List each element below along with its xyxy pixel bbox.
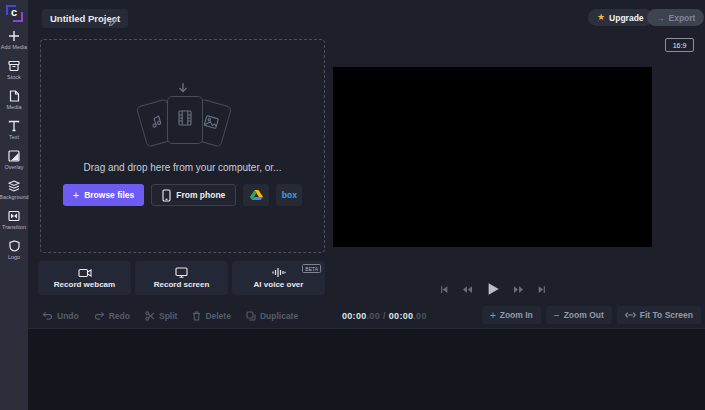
minus-icon: − [554, 310, 560, 321]
split-button[interactable]: Split [145, 311, 177, 321]
sidebar-item-label: Transition [2, 224, 26, 230]
fit-to-screen-button[interactable]: Fit To Screen [617, 306, 701, 324]
sidebar-item-label: Logo [8, 254, 20, 260]
video-card [167, 96, 203, 144]
google-drive-icon [250, 189, 263, 201]
transition-icon [8, 209, 20, 222]
record-screen-label: Record screen [154, 280, 210, 289]
background-layers-icon [8, 179, 20, 192]
beta-badge: BETA [302, 264, 321, 273]
plus-icon: + [73, 190, 79, 201]
skip-to-start-button[interactable] [440, 285, 449, 294]
edit-actions-group: Undo Redo Split Delete Duplicate [42, 303, 298, 328]
plus-icon: + [490, 310, 496, 321]
record-buttons-row: Record webcam Record screen BETA AI voic… [38, 261, 325, 295]
redo-icon [94, 311, 105, 320]
add-media-plus-icon [8, 29, 20, 42]
logo-letter: c [6, 6, 23, 18]
redo-label: Redo [109, 311, 130, 321]
from-phone-label: From phone [176, 190, 225, 200]
sidebar: c Add Media Stock Media Text [0, 0, 28, 410]
edit-title-pencil-icon[interactable] [108, 13, 118, 23]
record-webcam-button[interactable]: Record webcam [38, 261, 131, 295]
export-button[interactable]: → Export [647, 9, 704, 26]
upgrade-label: Upgrade [609, 13, 643, 23]
export-label: Export [669, 13, 696, 23]
zoom-in-button[interactable]: + Zoom In [482, 306, 541, 324]
rewind-button[interactable] [462, 285, 473, 294]
box-logo: box [282, 190, 297, 200]
undo-button[interactable]: Undo [42, 311, 79, 321]
box-button[interactable]: box [276, 184, 302, 206]
play-button[interactable] [486, 282, 500, 296]
ai-voice-over-label: AI voice over [254, 280, 304, 289]
sidebar-item-label: Media [7, 104, 22, 110]
sidebar-item-label: Stock [7, 74, 21, 80]
image-icon [201, 112, 219, 133]
delete-label: Delete [205, 311, 231, 321]
sidebar-item-transition[interactable]: Transition [0, 209, 28, 232]
arrow-down-icon [178, 80, 188, 98]
logo-shield-icon [9, 239, 20, 252]
from-phone-button[interactable]: From phone [151, 184, 236, 206]
google-drive-button[interactable] [243, 184, 269, 206]
webcam-icon [78, 268, 92, 278]
sidebar-item-add-media[interactable]: Add Media [0, 29, 28, 52]
undo-icon [42, 311, 53, 320]
sidebar-item-overlay[interactable]: Overlay [0, 149, 28, 172]
sidebar-item-label: Overlay [5, 164, 24, 170]
fit-horizontal-icon [625, 311, 636, 319]
aspect-ratio-badge[interactable]: 16:9 [665, 38, 694, 52]
duplicate-button[interactable]: Duplicate [246, 311, 298, 321]
screen-icon [175, 267, 188, 278]
sidebar-item-label: Background [0, 194, 29, 200]
sidebar-item-stock[interactable]: Stock [0, 59, 28, 82]
skip-to-end-button[interactable] [537, 285, 546, 294]
browse-files-button[interactable]: + Browse files [63, 184, 145, 206]
text-icon [8, 119, 20, 132]
timeline-track-area[interactable] [28, 328, 705, 410]
clipchamp-logo-icon[interactable]: c [6, 5, 23, 22]
stock-box-icon [8, 59, 20, 72]
record-screen-button[interactable]: Record screen [135, 261, 228, 295]
record-webcam-label: Record webcam [54, 280, 115, 289]
split-label: Split [159, 311, 177, 321]
zoom-controls-group: + Zoom In − Zoom Out Fit To Screen [482, 306, 701, 324]
ai-voice-over-button[interactable]: BETA AI voice over [232, 261, 325, 295]
media-file-icon [9, 89, 20, 102]
zoom-out-button[interactable]: − Zoom Out [546, 306, 612, 324]
sidebar-item-media[interactable]: Media [0, 89, 28, 112]
delete-button[interactable]: Delete [192, 311, 231, 321]
clipchamp-editor: c Add Media Stock Media Text [0, 0, 705, 410]
timeline-toolbar: Undo Redo Split Delete Duplicate 00:00.0… [28, 303, 705, 328]
total-time-frac: .00 [413, 311, 426, 321]
current-time: 00:00 [342, 311, 367, 321]
upgrade-button[interactable]: ★ Upgrade [588, 9, 653, 26]
sidebar-item-text[interactable]: Text [0, 119, 28, 142]
playback-controls [333, 279, 652, 299]
phone-icon [162, 189, 171, 202]
overlay-icon [8, 149, 20, 162]
video-preview[interactable] [333, 67, 652, 247]
redo-button[interactable]: Redo [94, 311, 130, 321]
sidebar-item-background[interactable]: Background [0, 179, 28, 202]
star-icon: ★ [597, 13, 605, 22]
duplicate-label: Duplicate [260, 311, 298, 321]
media-cards-illustration [123, 86, 243, 150]
fast-forward-button[interactable] [513, 285, 524, 294]
music-note-icon [148, 113, 164, 134]
media-dropzone[interactable]: Drag and drop here from your computer, o… [40, 39, 325, 253]
fit-to-screen-label: Fit To Screen [640, 310, 693, 320]
browse-files-label: Browse files [84, 190, 134, 200]
duplicate-icon [246, 311, 256, 321]
import-buttons-row: + Browse files From phone box [63, 184, 303, 206]
waveform-icon [272, 267, 286, 278]
zoom-in-label: Zoom In [500, 310, 533, 320]
sidebar-item-label: Text [9, 134, 19, 140]
sidebar-item-logo[interactable]: Logo [0, 239, 28, 262]
time-display: 00:00.00/00:00.00 [342, 303, 427, 328]
sidebar-item-label: Add Media [1, 44, 27, 50]
time-separator: / [383, 311, 386, 321]
total-time: 00:00 [389, 311, 414, 321]
undo-label: Undo [57, 311, 79, 321]
